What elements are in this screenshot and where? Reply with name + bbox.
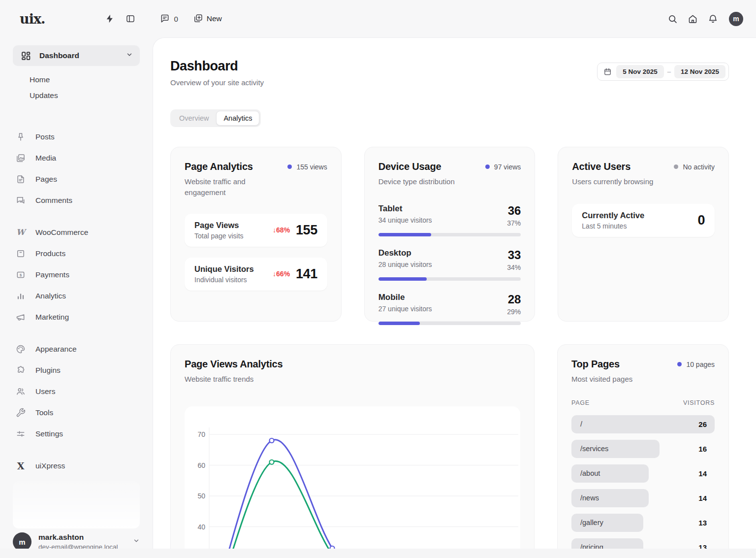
date-start-chip[interactable]: 5 Nov 2025 bbox=[616, 65, 664, 78]
chart-panel: 7060504030 bbox=[185, 406, 520, 558]
bar-chart-icon bbox=[15, 291, 27, 301]
sidebar-item-users[interactable]: Users bbox=[13, 381, 140, 402]
metric-sub: Total page visits bbox=[194, 232, 244, 240]
table-row: /about 14 bbox=[571, 464, 715, 483]
metric-delta: ↓68% bbox=[273, 226, 290, 234]
device-sub: 34 unique visitors bbox=[378, 216, 432, 224]
page-views-metric: Page Views Total page visits ↓68% 155 bbox=[185, 214, 327, 247]
home-icon bbox=[688, 14, 698, 24]
sidebar-item-label: Comments bbox=[35, 196, 72, 205]
sidebar-item-label: Tools bbox=[35, 408, 53, 417]
sidebar-item-payments[interactable]: $ Payments bbox=[13, 264, 140, 285]
new-plus-icon bbox=[193, 14, 203, 24]
device-row-desktop: Desktop 28 unique visitors 33 34% bbox=[378, 248, 521, 281]
notifications-button[interactable] bbox=[708, 14, 718, 24]
metric-label: Page Views bbox=[194, 221, 244, 230]
pin-icon bbox=[15, 132, 27, 142]
device-value: 33 bbox=[507, 248, 521, 262]
chart-subtitle: Website traffic trends bbox=[185, 374, 520, 385]
card-subtitle: Website traffic and engagement bbox=[185, 176, 283, 198]
sidebar-item-settings[interactable]: Settings bbox=[13, 423, 140, 444]
plugin-puzzle-icon bbox=[15, 365, 27, 375]
sidebar-item-media[interactable]: Media bbox=[13, 147, 140, 168]
search-button[interactable] bbox=[667, 14, 678, 24]
progress-fill bbox=[378, 277, 427, 281]
sidebar-item-appearance[interactable]: Appearance bbox=[13, 338, 140, 360]
chart-title: Page Views Analytics bbox=[185, 359, 520, 370]
sidebar-promo-placeholder bbox=[13, 481, 140, 528]
svg-text:70: 70 bbox=[197, 430, 205, 438]
woocommerce-icon: W bbox=[15, 228, 27, 237]
device-row-tablet: Tablet 34 unique visitors 36 37% bbox=[378, 204, 521, 236]
card-subtitle: Most visited pages bbox=[571, 374, 715, 385]
date-range-picker[interactable]: 5 Nov 2025 – 12 Nov 2025 bbox=[597, 63, 729, 81]
sidebar-item-analytics[interactable]: Analytics bbox=[13, 285, 140, 306]
sidebar-item-woocommerce[interactable]: W WooCommerce bbox=[13, 222, 140, 243]
search-icon bbox=[667, 14, 678, 24]
sidebar-item-pages[interactable]: Pages bbox=[13, 168, 140, 190]
sidebar-item-products[interactable]: Products bbox=[13, 243, 140, 264]
calendar-icon bbox=[603, 67, 612, 76]
pageviews-analytics-card: Page Views Analytics Website traffic tre… bbox=[170, 344, 535, 558]
page-path: /services bbox=[580, 445, 608, 453]
sidebar-item-label: Products bbox=[35, 249, 65, 258]
tab-overview[interactable]: Overview bbox=[172, 111, 216, 126]
device-percent: 34% bbox=[507, 263, 521, 271]
page-path: /gallery bbox=[580, 519, 603, 526]
page-bar bbox=[571, 415, 715, 433]
sidebar-item-updates[interactable]: Updates bbox=[13, 88, 140, 103]
page-path: /about bbox=[580, 469, 600, 477]
uixpress-x-icon: X bbox=[15, 460, 27, 471]
svg-text:50: 50 bbox=[197, 492, 205, 500]
user-name: mark.ashton bbox=[38, 533, 118, 542]
home-button[interactable] bbox=[688, 14, 698, 24]
users-icon bbox=[15, 387, 27, 396]
sidebar-item-label: Users bbox=[35, 387, 55, 396]
device-row-mobile: Mobile 27 unique visitors 28 29% bbox=[378, 293, 521, 325]
progress-track bbox=[378, 277, 521, 281]
sidebar-item-posts[interactable]: Posts bbox=[13, 126, 140, 147]
sidebar-item-marketing[interactable]: Marketing bbox=[13, 306, 140, 328]
device-percent: 37% bbox=[507, 219, 521, 227]
badge-dot bbox=[485, 164, 490, 169]
sidebar-item-label: Media bbox=[35, 154, 56, 163]
bottom-edge-band bbox=[0, 549, 756, 558]
user-avatar[interactable]: m bbox=[729, 12, 743, 26]
payments-dollar-icon: $ bbox=[15, 270, 27, 280]
metric-value: 141 bbox=[296, 266, 317, 282]
sidebar: Dashboard Home Updates Posts Media Pages… bbox=[0, 37, 153, 558]
badge-text: 97 views bbox=[494, 162, 521, 172]
metric-value: 0 bbox=[697, 213, 705, 228]
sidebar-item-uixpress[interactable]: X uiXpress bbox=[13, 455, 140, 476]
toggle-sidebar-button[interactable] bbox=[126, 14, 135, 24]
media-image-icon bbox=[15, 153, 27, 163]
device-percent: 29% bbox=[507, 308, 521, 316]
tab-analytics[interactable]: Analytics bbox=[216, 111, 259, 126]
comments-counter-button[interactable]: 0 bbox=[160, 14, 178, 24]
table-row: /services 16 bbox=[571, 440, 715, 458]
sidebar-item-dashboard[interactable]: Dashboard bbox=[13, 45, 140, 66]
views-badge: 155 views bbox=[287, 162, 327, 172]
sidebar-item-home[interactable]: Home bbox=[13, 72, 140, 88]
sidebar-item-comments[interactable]: Comments bbox=[13, 190, 140, 211]
chevron-down-icon bbox=[133, 537, 140, 546]
sidebar-item-tools[interactable]: Tools bbox=[13, 402, 140, 423]
sidebar-item-label: Pages bbox=[35, 175, 57, 184]
top-pages-columns: PAGE VISITORS bbox=[571, 399, 715, 406]
pageviews-chart-svg: 7060504030 bbox=[188, 420, 524, 558]
quick-actions-button[interactable] bbox=[105, 14, 115, 24]
card-subtitle: Users currently browsing bbox=[572, 176, 715, 187]
device-name: Desktop bbox=[378, 248, 432, 258]
new-content-button[interactable]: New bbox=[193, 14, 222, 24]
badge-dot bbox=[674, 164, 678, 169]
date-end-chip[interactable]: 12 Nov 2025 bbox=[674, 65, 725, 78]
device-usage-card: Device Usage Device type distribution 97… bbox=[364, 147, 536, 322]
lightning-icon bbox=[105, 14, 115, 24]
sidebar-item-label: Marketing bbox=[35, 313, 69, 322]
comment-count: 0 bbox=[174, 15, 178, 23]
metric-delta: ↓66% bbox=[273, 270, 290, 278]
table-row: /news 14 bbox=[571, 489, 715, 507]
svg-text:$: $ bbox=[20, 272, 22, 277]
device-sub: 27 unique visitors bbox=[378, 305, 432, 313]
sidebar-item-plugins[interactable]: Plugins bbox=[13, 360, 140, 381]
